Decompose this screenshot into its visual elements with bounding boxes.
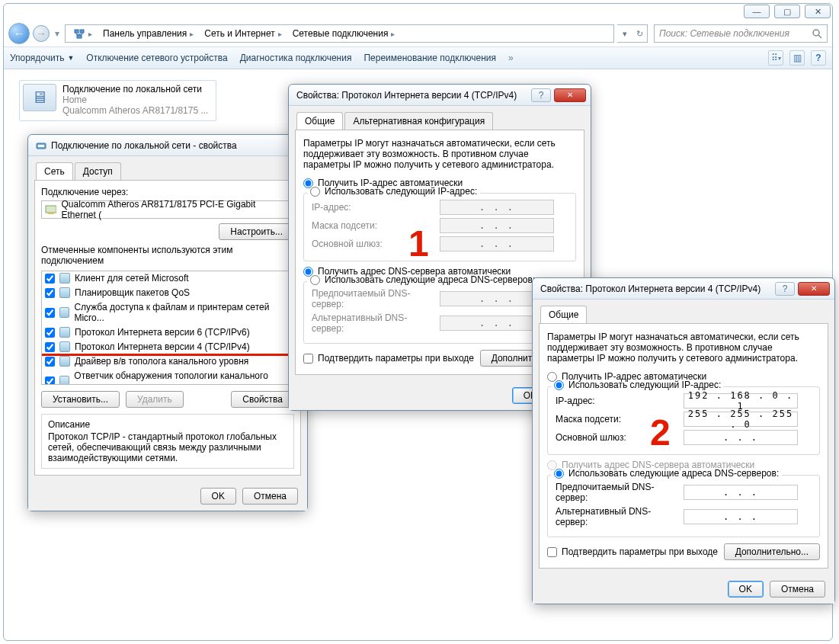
description-heading: Описание: [48, 419, 287, 430]
breadcrumb-item[interactable]: Сетевые подключения▸: [288, 27, 400, 40]
search-input[interactable]: Поиск: Сетевые подключения: [654, 24, 828, 43]
lan-properties-dialog: Подключение по локальной сети - свойства…: [27, 134, 308, 511]
search-placeholder: Поиск: Сетевые подключения: [659, 28, 807, 39]
ip-address-label: IP-адрес:: [556, 396, 677, 406]
component-item-ipv4[interactable]: Протокол Интернета версии 4 (TCP/IPv4): [42, 340, 293, 354]
connection-status: Home: [62, 95, 208, 105]
component-checkbox[interactable]: [45, 376, 55, 386]
disable-device-button[interactable]: Отключение сетевого устройства: [86, 53, 227, 63]
svg-rect-2: [77, 35, 82, 38]
preview-pane-button[interactable]: ▥: [789, 50, 805, 66]
intro-text: Параметры IP могут назначаться автоматич…: [303, 138, 576, 170]
component-item[interactable]: Драйвер в/в тополога канального уровня: [42, 354, 293, 369]
component-item[interactable]: Планировщик пакетов QoS: [42, 286, 293, 300]
manual-ip-group: Использовать следующий IP-адрес: IP-адре…: [303, 193, 576, 261]
radio-manual-ip[interactable]: Использовать следующий IP-адрес:: [551, 380, 724, 390]
dialog-title: Подключение по локальной сети - свойства: [51, 140, 237, 151]
install-button[interactable]: Установить...: [41, 391, 120, 408]
advanced-button[interactable]: Дополнительно...: [724, 543, 820, 560]
gateway-input[interactable]: . . .: [684, 430, 798, 445]
dialog-title-bar[interactable]: Подключение по локальной сети - свойства: [28, 135, 307, 156]
alternate-dns-input[interactable]: . . .: [684, 509, 798, 524]
subnet-mask-label: Маска подсети:: [312, 220, 434, 231]
component-checkbox[interactable]: [45, 288, 55, 298]
manual-ip-group: Использовать следующий IP-адрес: IP-адре…: [547, 386, 820, 455]
maximize-button[interactable]: ▢: [774, 5, 800, 18]
nav-history-dropdown[interactable]: ▾: [53, 27, 62, 40]
tab-general[interactable]: Общие: [540, 306, 587, 323]
protocol-icon: [59, 341, 70, 352]
refresh-button[interactable]: ↻: [632, 25, 648, 42]
view-button[interactable]: ⠿▾: [768, 50, 783, 66]
qos-icon: [59, 287, 70, 298]
toolbar: Упорядочить ▼ Отключение сетевого устрой…: [4, 46, 832, 69]
close-button[interactable]: ✕: [805, 5, 831, 18]
component-checkbox[interactable]: [45, 357, 55, 367]
rename-button[interactable]: Переименование подключения: [363, 53, 496, 63]
tab-network[interactable]: Сеть: [36, 162, 73, 180]
validate-checkbox[interactable]: Подтвердить параметры при выходе: [303, 353, 474, 364]
component-checkbox[interactable]: [45, 342, 55, 352]
subnet-mask-input[interactable]: 255 . 255 . 255 . 0: [684, 412, 798, 427]
service-icon: [59, 307, 69, 318]
help-button[interactable]: ?: [531, 88, 551, 102]
help-button[interactable]: ?: [775, 282, 795, 296]
radio-manual-dns[interactable]: Использовать следующие адреса DNS-сервер…: [307, 274, 538, 285]
dialog-title-bar[interactable]: Свойства: Протокол Интернета версии 4 (T…: [533, 278, 834, 300]
ok-button[interactable]: OK: [728, 581, 764, 598]
subnet-mask-input: . . .: [440, 218, 554, 233]
ip-address-input[interactable]: 192 . 168 . 0 . 1: [684, 393, 798, 409]
tab-general[interactable]: Общие: [296, 112, 343, 130]
component-item[interactable]: Служба доступа к файлам и принтерам сете…: [42, 300, 293, 325]
svg-rect-7: [46, 206, 56, 213]
adapter-icon: [45, 204, 56, 215]
component-checkbox[interactable]: [45, 274, 55, 284]
breadcrumb-item[interactable]: ▸: [69, 26, 97, 41]
path-dropdown-button[interactable]: ▾: [617, 25, 632, 42]
component-item[interactable]: Протокол Интернета версии 6 (TCP/IPv6): [42, 325, 293, 340]
cancel-button[interactable]: Отмена: [242, 488, 298, 505]
close-button[interactable]: ✕: [554, 88, 586, 102]
breadcrumb-item[interactable]: Панель управления▸: [98, 27, 198, 40]
gateway-label: Основной шлюз:: [312, 239, 434, 249]
preferred-dns-input[interactable]: . . .: [684, 485, 798, 500]
component-checkbox[interactable]: [45, 308, 55, 318]
svg-rect-1: [80, 30, 84, 33]
diagnose-button[interactable]: Диагностика подключения: [240, 53, 352, 63]
driver-icon: [59, 356, 70, 367]
dialog-title: Свойства: Протокол Интернета версии 4 (T…: [296, 90, 517, 101]
dialog-title-bar[interactable]: Свойства: Протокол Интернета версии 4 (T…: [289, 85, 591, 106]
component-item[interactable]: Ответчик обнаружения топологии канальног…: [42, 369, 293, 385]
network-connection-item[interactable]: 🖥 Подключение по локальной сети Home Qua…: [19, 80, 216, 121]
tab-content: Подключение через: Qualcomm Atheros AR81…: [34, 180, 301, 476]
nav-back-button[interactable]: ←: [8, 23, 30, 44]
ok-button[interactable]: OK: [200, 488, 236, 505]
ethernet-icon: [36, 140, 46, 151]
help-button[interactable]: ?: [811, 50, 826, 66]
configure-button[interactable]: Настроить...: [219, 223, 294, 240]
minimize-button[interactable]: —: [744, 5, 770, 18]
intro-text: Параметры IP могут назначаться автоматич…: [547, 332, 820, 364]
alternate-dns-label: Альтернативный DNS-сервер:: [556, 506, 677, 527]
radio-manual-dns[interactable]: Использовать следующие адреса DNS-сервер…: [551, 468, 782, 479]
close-button[interactable]: ✕: [798, 282, 830, 296]
tab-alt-config[interactable]: Альтернативная конфигурация: [344, 112, 493, 130]
tab-access[interactable]: Доступ: [75, 162, 121, 180]
component-checkbox[interactable]: [45, 328, 55, 338]
cancel-button[interactable]: Отмена: [770, 581, 825, 598]
organize-menu[interactable]: Упорядочить ▼: [10, 53, 74, 63]
dialog-title: Свойства: Протокол Интернета версии 4 (T…: [540, 284, 761, 294]
adapter-field: Qualcomm Atheros AR8171/8175 PCI-E Gigab…: [41, 200, 294, 219]
breadcrumb-path[interactable]: ▸ Панель управления▸ Сеть и Интернет▸ Се…: [65, 24, 614, 43]
nav-forward-button[interactable]: →: [33, 25, 50, 42]
components-list[interactable]: Клиент для сетей Microsoft Планировщик п…: [41, 271, 294, 385]
component-item[interactable]: Клиент для сетей Microsoft: [42, 271, 293, 286]
properties-button[interactable]: Свойства: [231, 391, 294, 408]
svg-rect-6: [38, 145, 44, 147]
gateway-input: . . .: [440, 236, 554, 252]
svg-line-4: [818, 35, 821, 38]
radio-manual-ip[interactable]: Использовать следующий IP-адрес:: [307, 186, 480, 197]
validate-checkbox[interactable]: Подтвердить параметры при выходе: [547, 546, 718, 557]
breadcrumb-item[interactable]: Сеть и Интернет▸: [200, 27, 286, 40]
manual-dns-group: Использовать следующие адреса DNS-сервер…: [547, 475, 820, 537]
